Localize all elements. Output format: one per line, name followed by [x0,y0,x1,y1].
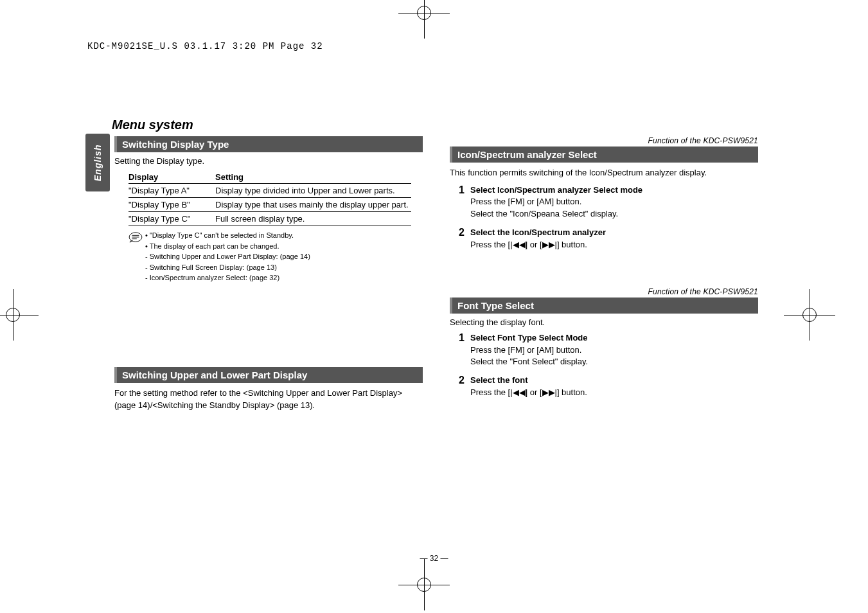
function-label: Function of the KDC-PSW9521 [450,136,758,145]
step-number: 2 [459,227,470,251]
step-2: 2 Select the Icon/Spectrum analyzer Pres… [459,227,758,251]
left-column: Switching Display Type Setting the Displ… [114,136,423,417]
table-cell: Display type divided into Upper and Lowe… [215,184,411,198]
note-line: • "Display Type C" can't be selected in … [145,230,423,241]
table-cell: "Display Type B" [128,198,215,212]
note-line: - Switching Upper and Lower Part Display… [145,251,423,262]
section-head-font-type: Font Type Select [450,298,758,314]
function-label: Function of the KDC-PSW9521 [450,287,758,296]
step-line: Select the "Font Select" display. [470,356,588,368]
step-number: 1 [459,332,470,369]
cropmark-bottom [398,559,450,610]
table-cell: "Display Type A" [128,184,215,198]
step-title: Select Icon/Spectrum analyzer Select mod… [470,184,642,197]
section-intro: This function permits switching of the I… [450,166,758,179]
step-line: Press the [FM] or [AM] button. [470,344,588,357]
step-line: Press the [|◀◀] or [▶▶|] button. [470,239,606,251]
note-line: • The display of each part can be change… [145,241,423,252]
page-title: Menu system [112,118,193,132]
table-cell: "Display Type C" [128,212,215,226]
page-number: — 32 — [0,554,868,563]
table-header-display: Display [128,171,215,184]
step-2: 2 Select the font Press the [|◀◀] or [▶▶… [459,375,758,399]
section-head-switching-display-type: Switching Display Type [114,136,423,152]
cropmark-top [398,0,450,39]
table-row: "Display Type A" Display type divided in… [128,184,411,198]
right-column: Function of the KDC-PSW9521 Icon/Spectru… [450,136,758,405]
section-body: For the setting method refer to the <Swi… [114,387,423,412]
step-number: 1 [459,184,470,221]
table-cell: Full screen display type. [215,212,411,226]
note-line: - Switching Full Screen Display: (page 1… [145,262,423,273]
section-intro: Setting the Display type. [114,156,423,166]
section-intro: Selecting the display font. [450,317,758,327]
note-block: • "Display Type C" can't be selected in … [128,230,423,283]
language-tab: English [85,134,110,191]
cropmark-right [784,289,835,341]
step-line: Press the [|◀◀] or [▶▶|] button. [470,387,587,399]
table-row: "Display Type B" Display type that uses … [128,198,411,212]
step-line: Press the [FM] or [AM] button. [470,196,642,208]
note-line: - Icon/Spectrum analyzer Select: (page 3… [145,272,423,283]
step-number: 2 [459,375,470,399]
step-title: Select Font Type Select Mode [470,332,588,344]
table-row: "Display Type C" Full screen display typ… [128,212,411,226]
section-head-icon-spectrum: Icon/Spectrum analyzer Select [450,147,758,163]
table-cell: Display type that uses mainly the displa… [215,198,411,212]
display-type-table: Display Setting "Display Type A" Display… [128,171,411,226]
note-icon [128,231,143,243]
table-header-setting: Setting [215,171,411,184]
print-header: KDC-M9021SE_U.S 03.1.17 3:20 PM Page 32 [87,41,323,51]
step-title: Select the Icon/Spectrum analyzer [470,227,606,239]
step-1: 1 Select Font Type Select Mode Press the… [459,332,758,369]
cropmark-left [0,289,39,341]
step-line: Select the "Icon/Speana Select" display. [470,208,642,220]
step-1: 1 Select Icon/Spectrum analyzer Select m… [459,184,758,221]
section-head-switching-upper-lower: Switching Upper and Lower Part Display [114,367,423,383]
step-title: Select the font [470,375,587,387]
